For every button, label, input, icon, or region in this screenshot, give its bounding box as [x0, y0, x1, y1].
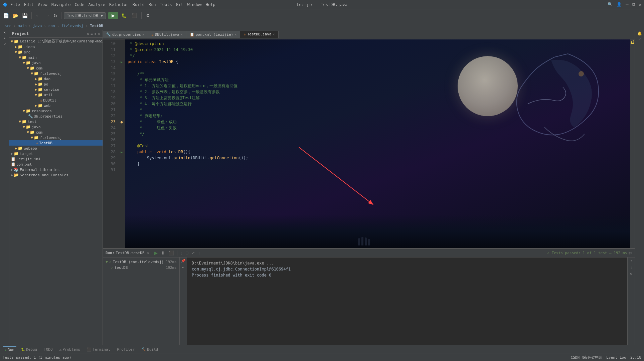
menu-code[interactable]: Code	[75, 2, 85, 7]
test-suite-item[interactable]: ▼ ✓ TestDB (com.ftzlovedsj) 192ms	[103, 259, 179, 265]
tree-lezijie[interactable]: ▼📁Lezijie E:\浏览器下载资料\sakurashop-main\Lez…	[9, 38, 103, 44]
close-panel-icon[interactable]: ✕	[98, 32, 100, 36]
menu-navigate[interactable]: Navigate	[51, 2, 71, 7]
minimize-button[interactable]: ─	[626, 2, 628, 7]
expand-icon[interactable]: ↕	[94, 32, 97, 36]
right-structure-icon[interactable]: S	[638, 38, 641, 40]
project-panel-icon[interactable]: P	[3, 31, 6, 33]
tree-test[interactable]: ▼📁test	[9, 119, 103, 124]
menu-bar[interactable]: File Edit View Navigate Code Analyze Ref…	[10, 2, 215, 7]
run-pause-button[interactable]: ⏸	[160, 250, 166, 256]
maximize-button[interactable]: □	[633, 2, 635, 7]
menu-run[interactable]: Run	[149, 2, 156, 7]
nav-ftzlovedsj[interactable]: ftzlovedsj	[59, 23, 86, 29]
code-content[interactable]: * @description * @create 2021-11-14 19:3…	[125, 39, 630, 248]
tab-todo[interactable]: TODO	[42, 347, 55, 352]
collapse-all-icon[interactable]: ≡	[91, 32, 93, 36]
bottom-up-icon[interactable]: ↑	[630, 259, 632, 263]
menu-view[interactable]: View	[38, 2, 47, 7]
tree-java[interactable]: ▼📁java	[9, 60, 103, 65]
nav-main[interactable]: main	[16, 23, 29, 29]
forward-button[interactable]: →	[43, 12, 51, 20]
status-csdn[interactable]: CSDN @夜色架构师	[571, 355, 603, 360]
close-button[interactable]: ✕	[639, 2, 641, 7]
tree-testdb-file[interactable]: ☕TestDB	[9, 140, 103, 146]
menu-file[interactable]: File	[10, 2, 20, 7]
run-again-button[interactable]: ▶	[153, 250, 159, 256]
menu-edit[interactable]: Edit	[24, 2, 34, 7]
nav-com[interactable]: com	[46, 23, 57, 29]
tree-main[interactable]: ▼📁main	[9, 55, 103, 60]
tree-scratches[interactable]: ▶📂Scratches and Consoles	[9, 172, 103, 178]
tree-test-com[interactable]: ▼📁com	[9, 130, 103, 135]
tree-external-libs[interactable]: ▶📚External Libraries	[9, 167, 103, 172]
tab-testdb-active[interactable]: ☕TestDB.java✕	[240, 31, 279, 38]
run-config-name[interactable]: TestDB.testDB	[116, 251, 145, 255]
tree-test-ftzlovedsj[interactable]: ▼📁ftzlovedsj	[9, 135, 103, 140]
tree-webapp[interactable]: ▶📁webapp	[9, 146, 103, 151]
structure-icon[interactable]: S	[3, 43, 6, 45]
tree-target[interactable]: ▶📁target	[9, 151, 103, 156]
bottom-restore-icon[interactable]: ↩	[182, 265, 184, 269]
export-button[interactable]: ↑	[197, 251, 201, 255]
tree-db-properties[interactable]: 🔧db.properties	[9, 114, 103, 119]
run-config-breadcrumb[interactable]: TestDB.testDB ▼	[64, 12, 106, 19]
tree-dbutil[interactable]: ☕DBUtil	[9, 98, 103, 103]
tab-build[interactable]: 🔨 Build	[139, 347, 160, 352]
right-panel-icon[interactable]: 🔔	[637, 31, 642, 36]
favorites-icon[interactable]: ★	[3, 36, 6, 40]
test-method-item[interactable]: ✓ testDB 192ms	[103, 265, 179, 270]
menu-analyze[interactable]: Analyze	[88, 2, 105, 7]
tree-lezijie-iml[interactable]: 📋Lezijie.iml	[9, 156, 103, 162]
tab-profiler[interactable]: Profiler	[115, 347, 137, 352]
tab-problems[interactable]: ⚠ Problems	[57, 347, 83, 352]
save-button[interactable]: 💾	[21, 12, 29, 19]
tree-dao[interactable]: ▶📁dao	[9, 76, 103, 81]
tree-pom-xml[interactable]: 📋pom.xml	[9, 162, 103, 167]
code-editor[interactable]: 10 11 12 13 14 15 16 17 18 19 20 21 22 2…	[103, 39, 635, 248]
refresh-button[interactable]: ↻	[52, 12, 59, 19]
back-button[interactable]: ←	[34, 12, 42, 20]
run-stop-button[interactable]: ⬛	[168, 250, 175, 256]
bottom-pin-icon[interactable]: 📌	[181, 259, 186, 263]
tree-idea[interactable]: ▶📁.idea	[9, 44, 103, 49]
bottom-gear-icon[interactable]: ⚙	[630, 272, 632, 276]
tree-web[interactable]: ▶📁web	[9, 103, 103, 108]
tree-service[interactable]: ▶📁service	[9, 87, 103, 92]
bottom-down-icon[interactable]: ↓	[630, 265, 632, 269]
menu-help[interactable]: Help	[206, 2, 215, 7]
tree-ftzlovedsj[interactable]: ▼📁ftzlovedsj	[9, 71, 103, 76]
new-file-button[interactable]: 📄	[2, 12, 10, 19]
tree-resources[interactable]: ▼📁resources	[9, 108, 103, 114]
tab-terminal[interactable]: ⬛ Terminal	[85, 347, 112, 352]
menu-tools[interactable]: Tools	[160, 2, 172, 7]
nav-testdb[interactable]: TestDB	[88, 23, 105, 29]
debug-button[interactable]: 🐛	[119, 12, 129, 19]
settings-icon[interactable]: ⚙	[87, 32, 90, 36]
user-icon[interactable]: 👤	[617, 2, 622, 7]
tree-test-java[interactable]: ▼📁java	[9, 124, 103, 130]
tab-pom-xml[interactable]: 📋pom.xml (Lezijie)✕	[186, 31, 240, 38]
menu-window[interactable]: Window	[187, 2, 201, 7]
nav-src[interactable]: src	[3, 23, 13, 29]
more-tools-button[interactable]: ⚙	[144, 12, 152, 19]
stop-button[interactable]: ⬛	[130, 12, 139, 19]
settings-button[interactable]: ⚙	[628, 251, 632, 255]
menu-build[interactable]: Build	[133, 2, 145, 7]
tab-db-properties[interactable]: 🔧db.properties✕	[103, 31, 148, 38]
tab-debug[interactable]: 🐛 Debug	[19, 347, 39, 352]
tree-util[interactable]: ▼📁util	[9, 92, 103, 98]
run-close-icon[interactable]: ✕	[147, 251, 149, 255]
diff-button[interactable]: ⤢	[191, 250, 196, 255]
filter-button[interactable]: ⊟	[184, 250, 189, 255]
sort-button[interactable]: ↕	[179, 251, 183, 255]
open-button[interactable]: 📂	[11, 12, 20, 19]
run-button[interactable]: ▶	[108, 12, 118, 19]
tab-run[interactable]: ▶ Run	[3, 346, 16, 353]
tree-src[interactable]: ▼📁src	[9, 49, 103, 55]
menu-git[interactable]: Git	[176, 2, 183, 7]
search-icon[interactable]: 🔍	[608, 2, 613, 7]
status-event-log[interactable]: Event Log	[606, 355, 626, 360]
tree-com[interactable]: ▼📁com	[9, 65, 103, 71]
tab-dbutil[interactable]: ☕DBUtil.java✕	[148, 31, 186, 38]
